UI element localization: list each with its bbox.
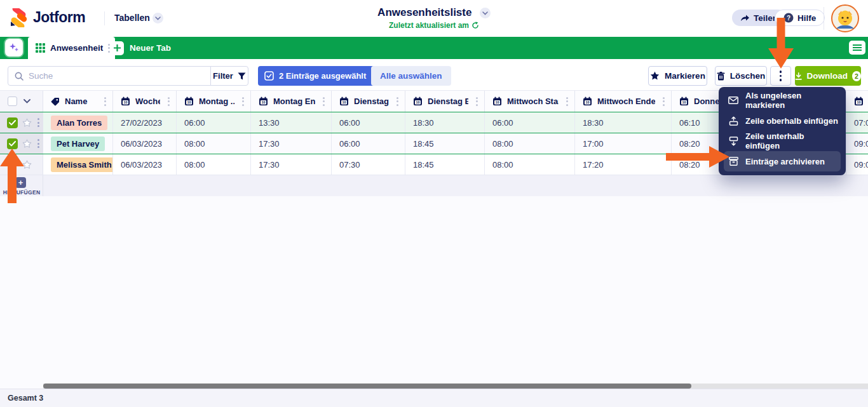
column-menu-icon[interactable] xyxy=(660,95,667,109)
menu-item-label: Einträge archivieren xyxy=(745,157,825,166)
envelope-icon xyxy=(728,97,738,104)
column-header-name[interactable]: Name xyxy=(43,91,113,112)
svg-text:10: 10 xyxy=(342,100,346,104)
cell-mittwoch-ende[interactable]: 17:20 xyxy=(575,154,672,175)
header-divider xyxy=(824,7,824,30)
calendar-icon: 10 xyxy=(339,97,349,106)
column-menu-icon[interactable] xyxy=(564,95,571,109)
sparkles-icon xyxy=(9,43,19,53)
delete-button[interactable]: Löschen xyxy=(715,66,767,86)
cell-fre[interactable]: 09:00 xyxy=(846,133,868,154)
column-menu-icon[interactable] xyxy=(165,95,172,109)
column-header-mittwoch-start[interactable]: 10Mittwoch Start xyxy=(485,91,575,112)
cell-mittwoch-ende[interactable]: 17:00 xyxy=(575,133,672,154)
column-header-montag-en[interactable]: 10Montag En... xyxy=(251,91,332,112)
sheet-list-button[interactable] xyxy=(849,41,865,55)
column-menu-icon[interactable] xyxy=(240,95,247,109)
checkbox-check-icon xyxy=(264,71,274,81)
row-checkbox-checked[interactable] xyxy=(7,138,18,149)
menu-item-eintr-ge-archivieren[interactable]: Einträge archivieren xyxy=(724,151,841,171)
download-button[interactable]: Download 2 xyxy=(795,66,861,86)
jotform-logo-icon[interactable] xyxy=(9,8,28,27)
collapse-chevron-icon[interactable] xyxy=(24,99,31,103)
cell-dienstag-e[interactable]: 18:30 xyxy=(405,112,485,133)
row-gutter xyxy=(0,112,43,133)
product-chevron-down-icon[interactable] xyxy=(153,13,163,23)
column-header-montag[interactable]: 10Montag ... xyxy=(177,91,251,112)
row-menu-icon[interactable] xyxy=(36,117,41,128)
new-tab-button[interactable]: Neuer Tab xyxy=(104,37,177,59)
refresh-icon[interactable] xyxy=(471,22,479,29)
column-menu-icon[interactable] xyxy=(320,95,327,109)
select-all-checkbox[interactable] xyxy=(8,97,17,106)
svg-text:10: 10 xyxy=(123,100,127,104)
column-header-woche[interactable]: 10Woche xyxy=(113,91,177,112)
calendar-icon: 10 xyxy=(413,97,423,106)
cell-montag[interactable]: 08:00 xyxy=(177,133,251,154)
product-switcher[interactable]: Tabellen xyxy=(114,13,150,23)
cell-montag-en[interactable]: 13:30 xyxy=(251,112,332,133)
search-box[interactable] xyxy=(8,66,211,86)
more-actions-button[interactable] xyxy=(770,66,791,86)
select-all-button[interactable]: Alle auswählen xyxy=(371,66,451,86)
column-header-mittwoch-ende[interactable]: 10Mittwoch Ende xyxy=(575,91,672,112)
cell-woche[interactable]: 27/02/2023 xyxy=(113,112,177,133)
tab-anwesenheit[interactable]: Anwesenheit xyxy=(28,37,115,59)
brand-wordmark[interactable]: Jotform xyxy=(33,9,85,26)
name-chip: Alan Torres xyxy=(51,116,107,130)
calendar-icon: 10 xyxy=(121,97,130,106)
ai-sparkles-button[interactable] xyxy=(5,39,23,57)
column-header-fre[interactable]: 10Fre xyxy=(846,91,868,112)
column-menu-icon[interactable] xyxy=(394,95,401,109)
column-menu-icon[interactable] xyxy=(102,95,109,109)
horizontal-scrollbar-thumb[interactable] xyxy=(43,384,691,389)
cell-mittwoch-start[interactable]: 06:00 xyxy=(485,112,575,133)
cell-dienstag[interactable]: 06:00 xyxy=(332,112,405,133)
add-row-gutter: + HINZUFÜGEN xyxy=(0,175,43,196)
title-chevron-down-icon[interactable] xyxy=(480,8,491,18)
row-star-icon[interactable] xyxy=(22,118,32,128)
user-avatar[interactable] xyxy=(831,4,859,32)
cell-montag[interactable]: 06:00 xyxy=(177,112,251,133)
grid-icon xyxy=(36,43,45,53)
mark-button[interactable]: Markieren xyxy=(648,66,707,86)
last-updated-status: Zuletzt aktualisiert am xyxy=(307,21,561,30)
cell-montag-en[interactable]: 17:30 xyxy=(251,154,332,175)
cell-fre[interactable]: 07:00 xyxy=(846,112,868,133)
help-button[interactable]: ? Hilfe xyxy=(775,10,825,26)
cell-name[interactable]: Melissa Smith xyxy=(43,154,113,175)
column-menu-icon[interactable] xyxy=(473,95,480,109)
svg-text:10: 10 xyxy=(682,100,686,104)
search-input[interactable] xyxy=(29,71,204,81)
cell-woche[interactable]: 06/03/2023 xyxy=(113,133,177,154)
cell-mittwoch-start[interactable]: 08:00 xyxy=(485,133,575,154)
row-menu-icon[interactable] xyxy=(36,138,41,149)
menu-item-zeile-unterhalb-einf-gen[interactable]: Zeile unterhalb einfügen xyxy=(719,131,846,151)
share-arrow-icon xyxy=(740,14,750,22)
cell-mittwoch-start[interactable]: 08:00 xyxy=(485,154,575,175)
page-title[interactable]: Anwesenheitsliste xyxy=(377,6,471,19)
kebab-icon xyxy=(780,70,782,81)
menu-item-zeile-oberhalb-einf-gen[interactable]: Zeile oberhalb einfügen xyxy=(719,110,846,131)
cell-montag-en[interactable]: 17:30 xyxy=(251,133,332,154)
row-checkbox-checked[interactable] xyxy=(7,117,18,128)
cell-dienstag[interactable]: 06:00 xyxy=(332,133,405,154)
row-star-icon[interactable] xyxy=(22,139,32,149)
cell-name[interactable]: Pet Harvey xyxy=(43,133,113,154)
filter-button[interactable]: Filter xyxy=(210,66,248,86)
more-actions-menu: Als ungelesen markierenZeile oberhalb ei… xyxy=(719,87,846,175)
row-star-icon[interactable] xyxy=(22,160,32,170)
cell-montag[interactable]: 08:00 xyxy=(177,154,251,175)
column-header-dienstag[interactable]: 10Dienstag... xyxy=(332,91,405,112)
column-header-dienstag-e[interactable]: 10Dienstag E... xyxy=(405,91,485,112)
cell-name[interactable]: Alan Torres xyxy=(43,112,113,133)
cell-fre[interactable]: 09:00 xyxy=(846,154,868,175)
cell-woche[interactable]: 06/03/2023 xyxy=(113,154,177,175)
cell-mittwoch-ende[interactable]: 18:30 xyxy=(575,112,672,133)
cell-dienstag[interactable]: 07:30 xyxy=(332,154,405,175)
cell-dienstag-e[interactable]: 18:45 xyxy=(405,154,485,175)
cell-dienstag-e[interactable]: 18:45 xyxy=(405,133,485,154)
add-row-button[interactable]: + xyxy=(15,177,26,188)
menu-item-als-ungelesen-markieren[interactable]: Als ungelesen markieren xyxy=(719,90,846,110)
selection-count-chip[interactable]: 2 Einträge ausgewählt × xyxy=(258,66,388,86)
